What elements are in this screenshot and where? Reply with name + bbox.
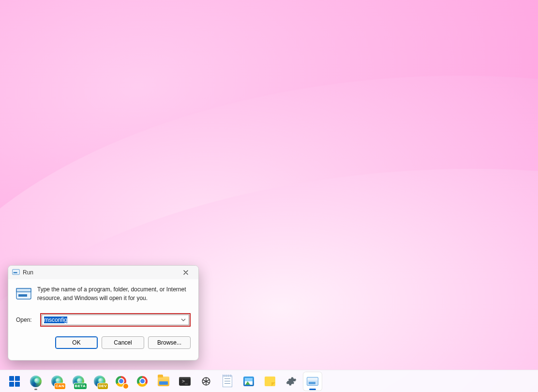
svg-rect-1 — [14, 272, 17, 273]
chrome-icon — [136, 375, 149, 388]
run-icon — [306, 375, 319, 388]
run-dialog: Run Type the name of a program, folder, … — [8, 265, 199, 361]
cancel-button[interactable]: Cancel — [102, 336, 144, 349]
terminal-icon: >_ — [179, 375, 191, 388]
edge-icon: BETA — [72, 375, 85, 388]
file-explorer-icon — [157, 375, 170, 388]
taskbar-item-sticky-notes[interactable] — [260, 372, 280, 391]
taskbar-item-notepad[interactable] — [218, 372, 237, 391]
ok-button[interactable]: OK — [55, 336, 98, 349]
taskbar-item-edge-dev[interactable]: DEV — [90, 372, 109, 391]
run-description: Type the name of a program, folder, docu… — [37, 285, 191, 302]
close-icon — [183, 270, 188, 275]
browse-button-label: Browse... — [157, 339, 181, 346]
taskbar-item-photos[interactable] — [239, 372, 258, 391]
taskbar-item-file-explorer[interactable] — [154, 372, 173, 391]
open-field-highlight — [40, 313, 191, 327]
notepad-icon — [221, 375, 234, 388]
run-titlebar[interactable]: Run — [8, 266, 198, 279]
close-button[interactable] — [175, 266, 196, 279]
edge-icon: DEV — [93, 375, 106, 388]
sticky-notes-icon — [264, 375, 276, 388]
taskbar-item-chatgpt[interactable] — [196, 372, 216, 391]
photos-icon — [242, 375, 255, 388]
ok-button-label: OK — [72, 339, 80, 346]
taskbar-item-settings[interactable] — [282, 372, 301, 391]
run-title-icon — [12, 269, 20, 276]
open-combobox[interactable] — [42, 315, 189, 325]
edge-icon — [30, 375, 42, 388]
settings-icon — [285, 375, 298, 388]
taskbar-item-edge[interactable] — [26, 372, 45, 391]
taskbar-item-start[interactable] — [5, 372, 24, 391]
cancel-button-label: Cancel — [114, 339, 132, 346]
run-title-text: Run — [23, 269, 33, 276]
taskbar-item-terminal[interactable]: >_ — [175, 372, 194, 391]
svg-rect-4 — [18, 294, 27, 297]
run-app-icon — [16, 288, 31, 300]
taskbar-item-edge-beta[interactable]: BETA — [69, 372, 88, 391]
taskbar-item-chrome-canary[interactable] — [111, 372, 131, 391]
chatgpt-icon — [200, 375, 212, 388]
chrome-icon — [115, 375, 127, 388]
edge-icon: CAN — [51, 375, 63, 388]
taskbar-item-chrome[interactable] — [133, 372, 152, 391]
svg-rect-3 — [16, 288, 31, 292]
start-icon — [8, 375, 21, 388]
open-label: Open: — [16, 317, 35, 323]
open-input[interactable] — [42, 315, 189, 325]
browse-button[interactable]: Browse... — [148, 336, 191, 349]
taskbar: CANBETADEV>_ — [0, 370, 538, 392]
taskbar-item-edge-canary[interactable]: CAN — [47, 372, 67, 391]
taskbar-item-run[interactable] — [303, 372, 322, 391]
chevron-down-icon[interactable] — [179, 315, 188, 325]
